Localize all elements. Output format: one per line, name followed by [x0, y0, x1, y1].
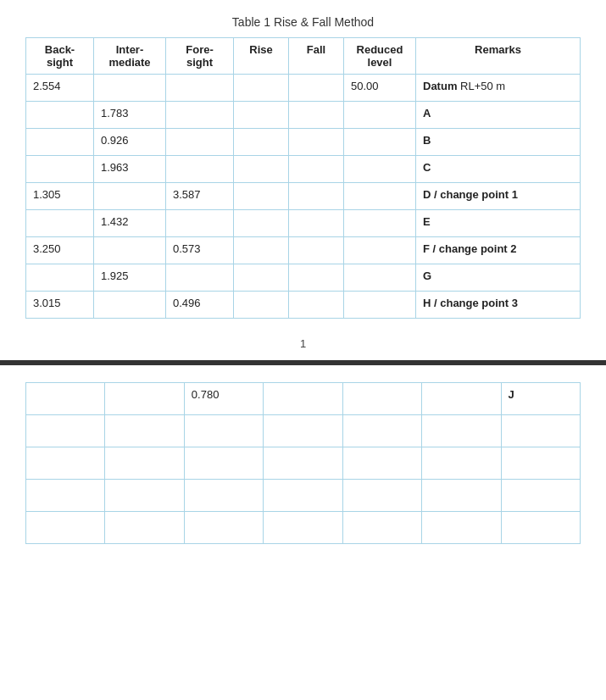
cell-foresight	[166, 129, 234, 156]
header-rise: Rise	[234, 38, 289, 75]
cell-backsight: 2.554	[26, 75, 94, 102]
table-row: 1.925G	[26, 264, 581, 292]
cell-intermediate: 1.963	[94, 156, 166, 183]
cell-foresight	[166, 156, 234, 183]
header-remarks: Remarks	[416, 38, 581, 75]
bottom-cell-backsight	[26, 447, 105, 480]
cell-backsight	[26, 210, 94, 237]
cell-reduced	[344, 129, 416, 156]
cell-rise	[234, 292, 289, 319]
table-row: 3.0150.496H / change point 3	[26, 292, 581, 319]
cell-foresight: 3.587	[166, 183, 234, 210]
cell-rise	[234, 183, 289, 210]
bottom-cell-backsight	[26, 383, 105, 415]
bottom-cell-fall	[342, 447, 421, 480]
bottom-table-row	[26, 512, 581, 544]
bottom-cell-fall	[342, 512, 421, 544]
bottom-cell-rise	[264, 480, 342, 512]
cell-remarks: A	[416, 102, 581, 129]
cell-intermediate: 1.925	[94, 264, 166, 292]
cell-fall	[289, 75, 344, 102]
main-table: Back-sight Inter-mediate Fore-sight Rise…	[25, 37, 581, 319]
cell-rise	[234, 264, 289, 292]
table-row: 2.55450.00Datum RL+50 m	[26, 75, 581, 102]
cell-backsight: 3.015	[26, 292, 94, 319]
bottom-cell-remarks	[501, 415, 580, 447]
cell-foresight	[166, 264, 234, 292]
cell-fall	[289, 292, 344, 319]
cell-rise	[234, 156, 289, 183]
bottom-table-row	[26, 480, 581, 512]
table-row: 1.783A	[26, 102, 581, 129]
bottom-cell-reduced	[422, 512, 501, 544]
table-title: Table 1 Rise & Fall Method	[25, 15, 581, 29]
bottom-cell-fall	[342, 480, 421, 512]
cell-reduced	[344, 183, 416, 210]
bottom-cell-reduced	[422, 415, 501, 447]
cell-fall	[289, 264, 344, 292]
bottom-cell-intermediate	[105, 512, 184, 544]
bottom-cell-remarks	[501, 512, 580, 544]
cell-rise	[234, 237, 289, 264]
cell-backsight	[26, 129, 94, 156]
cell-backsight	[26, 102, 94, 129]
bottom-cell-intermediate	[105, 383, 184, 415]
cell-fall	[289, 129, 344, 156]
cell-foresight	[166, 102, 234, 129]
cell-fall	[289, 237, 344, 264]
bottom-cell-foresight	[184, 480, 263, 512]
bottom-cell-foresight: 0.780	[184, 383, 263, 415]
cell-backsight	[26, 264, 94, 292]
cell-fall	[289, 183, 344, 210]
cell-foresight	[166, 75, 234, 102]
cell-reduced	[344, 237, 416, 264]
bottom-cell-rise	[264, 415, 342, 447]
cell-intermediate	[94, 292, 166, 319]
header-foresight: Fore-sight	[166, 38, 234, 75]
bottom-cell-foresight	[184, 447, 263, 480]
header-reduced: Reduced level	[344, 38, 416, 75]
cell-remarks: Datum RL+50 m	[416, 75, 581, 102]
cell-intermediate: 1.783	[94, 102, 166, 129]
bottom-cell-foresight	[184, 415, 263, 447]
bottom-table-row	[26, 447, 581, 480]
cell-reduced	[344, 210, 416, 237]
bottom-cell-intermediate	[105, 480, 184, 512]
cell-reduced	[344, 102, 416, 129]
cell-remarks: H / change point 3	[416, 292, 581, 319]
page-number: 1	[0, 337, 606, 350]
cell-remarks: B	[416, 129, 581, 156]
cell-reduced	[344, 264, 416, 292]
bottom-cell-fall	[342, 415, 421, 447]
cell-remarks: E	[416, 210, 581, 237]
cell-intermediate: 1.432	[94, 210, 166, 237]
bottom-table: 0.780J	[25, 382, 581, 544]
cell-backsight	[26, 156, 94, 183]
bottom-cell-reduced	[422, 383, 501, 415]
cell-foresight: 0.496	[166, 292, 234, 319]
bottom-cell-backsight	[26, 415, 105, 447]
bottom-cell-reduced	[422, 447, 501, 480]
cell-remarks: C	[416, 156, 581, 183]
header-fall: Fall	[289, 38, 344, 75]
table-row: 1.963C	[26, 156, 581, 183]
bottom-table-row: 0.780J	[26, 383, 581, 415]
bottom-cell-rise	[264, 512, 342, 544]
cell-fall	[289, 210, 344, 237]
cell-intermediate	[94, 75, 166, 102]
bottom-cell-backsight	[26, 512, 105, 544]
cell-fall	[289, 156, 344, 183]
bottom-table-row	[26, 415, 581, 447]
cell-reduced	[344, 156, 416, 183]
cell-backsight: 3.250	[26, 237, 94, 264]
header-backsight: Back-sight	[26, 38, 94, 75]
bottom-cell-intermediate	[105, 415, 184, 447]
cell-reduced: 50.00	[344, 75, 416, 102]
bottom-cell-remarks: J	[501, 383, 580, 415]
bottom-cell-rise	[264, 447, 342, 480]
bottom-cell-remarks	[501, 480, 580, 512]
cell-foresight	[166, 210, 234, 237]
table-row: 0.926B	[26, 129, 581, 156]
table-row: 3.2500.573F / change point 2	[26, 237, 581, 264]
bottom-cell-remarks	[501, 447, 580, 480]
